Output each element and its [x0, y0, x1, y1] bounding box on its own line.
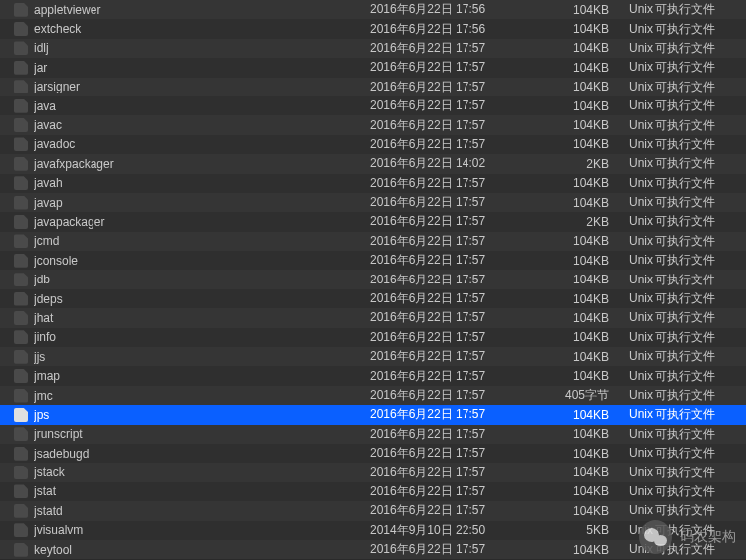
file-date: 2016年6月22日 17:57	[370, 483, 539, 500]
file-row[interactable]: java2016年6月22日 17:57104KBUnix 可执行文件	[0, 96, 746, 115]
file-name: jcmd	[34, 234, 370, 248]
file-icon	[14, 447, 28, 461]
file-name: idlj	[34, 41, 370, 55]
file-row[interactable]: javap2016年6月22日 17:57104KBUnix 可执行文件	[0, 193, 746, 212]
file-row[interactable]: jvisualvm2014年9月10日 22:505KBUnix 可执行文件	[0, 521, 746, 540]
file-icon	[14, 543, 28, 557]
file-name: jar	[34, 61, 370, 75]
file-kind: Unix 可执行文件	[629, 272, 738, 288]
file-size: 104KB	[539, 369, 629, 383]
file-size: 2KB	[539, 215, 629, 229]
file-size: 104KB	[539, 196, 629, 210]
file-size: 104KB	[539, 311, 629, 325]
file-size: 104KB	[539, 350, 629, 364]
file-row[interactable]: javafxpackager2016年6月22日 14:022KBUnix 可执…	[0, 154, 746, 173]
file-icon	[14, 330, 28, 344]
file-icon	[14, 273, 28, 286]
file-row[interactable]: jmc2016年6月22日 17:57405字节Unix 可执行文件	[0, 386, 746, 405]
file-size: 104KB	[539, 273, 629, 286]
file-date: 2016年6月22日 17:57	[370, 502, 539, 519]
file-kind: Unix 可执行文件	[629, 1, 738, 18]
file-icon	[14, 350, 28, 364]
file-name: jconsole	[34, 254, 370, 268]
file-date: 2016年6月22日 17:57	[370, 309, 539, 326]
file-date: 2016年6月22日 14:02	[370, 155, 539, 172]
file-date: 2016年6月22日 17:57	[370, 40, 539, 57]
file-row[interactable]: jstack2016年6月22日 17:57104KBUnix 可执行文件	[0, 463, 746, 481]
watermark-text: 码农架构	[680, 528, 736, 546]
file-name: jsadebugd	[34, 447, 370, 461]
file-row[interactable]: jrunscript2016年6月22日 17:57104KBUnix 可执行文…	[0, 425, 746, 444]
file-row[interactable]: appletviewer2016年6月22日 17:56104KBUnix 可执…	[0, 0, 746, 19]
file-name: javapackager	[34, 215, 370, 229]
file-kind: Unix 可执行文件	[629, 59, 738, 76]
file-icon	[14, 176, 28, 190]
file-date: 2016年6月22日 17:57	[370, 290, 539, 307]
file-row[interactable]: jjs2016年6月22日 17:57104KBUnix 可执行文件	[0, 347, 746, 366]
file-row[interactable]: jdb2016年6月22日 17:57104KBUnix 可执行文件	[0, 270, 746, 288]
file-size: 405字节	[539, 387, 629, 404]
file-icon	[14, 215, 28, 229]
file-row[interactable]: jsadebugd2016年6月22日 17:57104KBUnix 可执行文件	[0, 444, 746, 463]
file-size: 104KB	[539, 466, 629, 479]
file-kind: Unix 可执行文件	[629, 348, 738, 365]
file-kind: Unix 可执行文件	[629, 483, 738, 500]
file-row[interactable]: jar2016年6月22日 17:57104KBUnix 可执行文件	[0, 58, 746, 77]
file-kind: Unix 可执行文件	[629, 252, 738, 269]
file-name: jdeps	[34, 292, 370, 306]
file-date: 2016年6月22日 17:57	[370, 387, 539, 404]
file-name: extcheck	[34, 22, 370, 36]
file-row[interactable]: jstatd2016年6月22日 17:57104KBUnix 可执行文件	[0, 501, 746, 520]
file-row[interactable]: jdeps2016年6月22日 17:57104KBUnix 可执行文件	[0, 289, 746, 308]
file-row[interactable]: jarsigner2016年6月22日 17:57104KBUnix 可执行文件	[0, 78, 746, 96]
file-name: keytool	[34, 543, 370, 557]
file-date: 2016年6月22日 17:57	[370, 194, 539, 211]
file-date: 2016年6月22日 17:57	[370, 233, 539, 250]
file-row[interactable]: jconsole2016年6月22日 17:57104KBUnix 可执行文件	[0, 251, 746, 270]
file-icon	[14, 254, 28, 268]
file-kind: Unix 可执行文件	[629, 290, 738, 307]
file-size: 104KB	[539, 408, 629, 422]
file-kind: Unix 可执行文件	[629, 465, 738, 481]
file-kind: Unix 可执行文件	[629, 368, 738, 385]
file-name: jstatd	[34, 504, 370, 518]
file-name: java	[34, 99, 370, 113]
file-kind: Unix 可执行文件	[629, 155, 738, 172]
file-size: 104KB	[539, 61, 629, 75]
file-kind: Unix 可执行文件	[629, 387, 738, 404]
file-size: 104KB	[539, 504, 629, 518]
file-row[interactable]: jps2016年6月22日 17:57104KBUnix 可执行文件	[0, 405, 746, 424]
file-size: 104KB	[539, 447, 629, 461]
file-row[interactable]: jstat2016年6月22日 17:57104KBUnix 可执行文件	[0, 482, 746, 501]
file-date: 2016年6月22日 17:57	[370, 59, 539, 76]
file-row[interactable]: javapackager2016年6月22日 17:572KBUnix 可执行文…	[0, 212, 746, 231]
file-row[interactable]: jinfo2016年6月22日 17:57104KBUnix 可执行文件	[0, 328, 746, 347]
file-size: 104KB	[539, 254, 629, 268]
file-size: 104KB	[539, 543, 629, 557]
file-name: jps	[34, 408, 370, 422]
file-row[interactable]: idlj2016年6月22日 17:57104KBUnix 可执行文件	[0, 39, 746, 58]
file-date: 2016年6月22日 17:57	[370, 368, 539, 385]
file-name: jstat	[34, 484, 370, 498]
file-row[interactable]: javac2016年6月22日 17:57104KBUnix 可执行文件	[0, 115, 746, 134]
file-name: appletviewer	[34, 3, 370, 17]
file-date: 2016年6月22日 17:56	[370, 1, 539, 18]
file-row[interactable]: keytool2016年6月22日 17:57104KBUnix 可执行文件	[0, 540, 746, 559]
file-row[interactable]: jhat2016年6月22日 17:57104KBUnix 可执行文件	[0, 308, 746, 327]
file-row[interactable]: extcheck2016年6月22日 17:56104KBUnix 可执行文件	[0, 19, 746, 38]
file-icon	[14, 61, 28, 75]
file-row[interactable]: jmap2016年6月22日 17:57104KBUnix 可执行文件	[0, 366, 746, 385]
file-row[interactable]: javah2016年6月22日 17:57104KBUnix 可执行文件	[0, 174, 746, 193]
file-size: 104KB	[539, 427, 629, 441]
file-size: 104KB	[539, 292, 629, 306]
file-name: jmap	[34, 369, 370, 383]
file-size: 2KB	[539, 157, 629, 171]
file-size: 104KB	[539, 330, 629, 344]
file-date: 2016年6月22日 17:57	[370, 213, 539, 230]
file-date: 2016年6月22日 17:57	[370, 252, 539, 269]
file-row[interactable]: javadoc2016年6月22日 17:57104KBUnix 可执行文件	[0, 135, 746, 154]
file-row[interactable]: jcmd2016年6月22日 17:57104KBUnix 可执行文件	[0, 232, 746, 251]
file-kind: Unix 可执行文件	[629, 21, 738, 38]
file-icon	[14, 292, 28, 306]
file-kind: Unix 可执行文件	[629, 329, 738, 346]
